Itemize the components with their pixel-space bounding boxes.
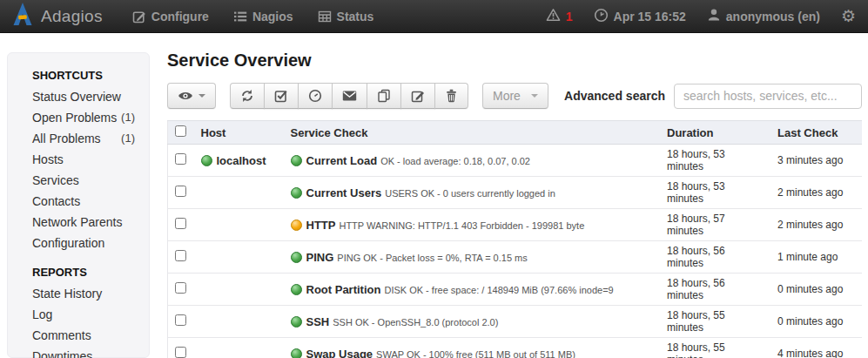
select-all-checkbox[interactable] (175, 125, 186, 137)
service-name-link[interactable]: Root Partition (306, 283, 381, 296)
duration-cell: 18 hours, 53 minutes (660, 145, 770, 177)
chevron-down-icon (198, 94, 205, 98)
row-checkbox[interactable] (175, 347, 186, 358)
sidebar-item-count: (1) (121, 128, 135, 149)
sidebar-item[interactable]: Downtimes (32, 346, 149, 358)
duration-cell: 18 hours, 57 minutes (660, 209, 770, 241)
sidebar-item[interactable]: Status Overview (32, 86, 149, 107)
nav-nagios[interactable]: Nagios (233, 10, 293, 24)
column-header-duration[interactable]: Duration (660, 121, 770, 145)
duration-cell: 18 hours, 53 minutes (660, 177, 770, 209)
copy-button[interactable] (367, 83, 401, 109)
table-row: Current UsersUSERS OK - 0 users currentl… (168, 177, 863, 209)
chevron-down-icon (531, 94, 538, 98)
username-label: anonymous (en) (726, 10, 820, 24)
clock-icon (594, 8, 609, 25)
service-name-link[interactable]: HTTP (306, 219, 336, 232)
list-icon (233, 10, 247, 24)
view-dropdown-button[interactable] (167, 83, 216, 109)
gear-icon[interactable]: ⚙ (841, 8, 856, 24)
sidebar-item[interactable]: Log (32, 304, 149, 325)
service-status-text: PING OK - Packet loss = 0%, RTA = 0.15 m… (337, 253, 527, 263)
schedule-downtime-button[interactable] (298, 83, 333, 109)
service-name-link[interactable]: Current Users (306, 186, 382, 199)
sidebar-item-label: Services (32, 170, 79, 191)
row-checkbox[interactable] (175, 186, 186, 197)
service-name-link[interactable]: SSH (306, 315, 330, 328)
row-checkbox[interactable] (175, 250, 186, 261)
row-checkbox[interactable] (175, 314, 186, 326)
sidebar-item[interactable]: Hosts (32, 149, 149, 170)
sidebar-gap (32, 253, 149, 262)
sidebar-item-label: Contacts (32, 191, 80, 212)
row-checkbox[interactable] (175, 282, 186, 294)
service-status-text: SSH OK - OpenSSH_8.0 (protocol 2.0) (333, 317, 498, 328)
delete-button[interactable] (434, 83, 468, 109)
service-status-icon (291, 348, 302, 358)
sidebar-item[interactable]: State History (32, 283, 149, 304)
adagios-logo-icon (12, 3, 33, 30)
last-check-cell: 3 minutes ago (770, 145, 862, 177)
sidebar-item[interactable]: Contacts (32, 191, 149, 212)
refresh-button[interactable] (230, 83, 265, 109)
nav-nagios-label: Nagios (252, 10, 293, 24)
host-name-link[interactable]: localhost (217, 154, 266, 167)
search-input[interactable] (674, 84, 862, 109)
sidebar-item-label: Log (32, 304, 52, 325)
service-name-link[interactable]: PING (306, 251, 334, 264)
page-title: Service Overview (167, 51, 862, 71)
service-name-link[interactable]: Swap Usage (306, 348, 373, 358)
table-row: Root PartitionDISK OK - free space: / 14… (168, 274, 863, 306)
user-menu[interactable]: anonymous (en) (707, 8, 820, 24)
sidebar-item[interactable]: Comments (32, 325, 149, 346)
more-dropdown-button[interactable]: More (482, 83, 548, 109)
nav-configure[interactable]: Configure (132, 10, 209, 24)
service-status-text: SWAP OK - 100% free (511 MB out of 511 M… (376, 349, 575, 358)
last-check-cell: 0 minutes ago (770, 306, 862, 338)
search-area: Advanced search (564, 84, 862, 109)
sidebar-item-label: Configuration (32, 233, 104, 253)
row-checkbox[interactable] (175, 153, 186, 165)
sidebar-item-label: All Problems (32, 128, 101, 149)
sidebar-item-label: Open Problems (32, 107, 117, 128)
table-row: localhost Current LoadOK - load average:… (168, 145, 863, 177)
column-header-last-check[interactable]: Last Check (770, 121, 862, 145)
sidebar-item-label: Hosts (32, 149, 64, 170)
clock-datetime[interactable]: Apr 15 16:52 (594, 8, 686, 25)
notification-button[interactable] (332, 83, 367, 109)
refresh-icon (240, 89, 254, 103)
table-row: PINGPING OK - Packet loss = 0%, RTA = 0.… (168, 241, 863, 274)
alert-count: 1 (566, 10, 573, 24)
service-name-link[interactable]: Current Load (306, 154, 378, 167)
row-checkbox[interactable] (175, 218, 186, 229)
trash-icon (445, 89, 458, 103)
sidebar-item[interactable]: Network Parents (32, 212, 149, 233)
sidebar-item-count: (1) (121, 107, 135, 128)
acknowledge-button[interactable] (264, 83, 299, 109)
table-icon (318, 10, 332, 24)
more-button-label: More (493, 89, 521, 103)
service-status-text: USERS OK - 0 users currently logged in (385, 188, 555, 199)
column-header-host[interactable]: Host (194, 121, 284, 145)
sidebar-item[interactable]: Services (32, 170, 149, 191)
advanced-search-label: Advanced search (564, 89, 665, 103)
edit-icon (411, 89, 425, 103)
service-status-icon (291, 284, 302, 295)
column-header-service[interactable]: Service Check (284, 121, 661, 145)
envelope-icon (342, 90, 357, 102)
navbar-right: 1 Apr 15 16:52 anonymous (en) ⚙ (546, 8, 856, 25)
brand[interactable]: Adagios (12, 3, 103, 30)
table-row: Swap UsageSWAP OK - 100% free (511 MB ou… (168, 338, 863, 358)
sidebar-item[interactable]: All Problems (1) (32, 128, 149, 149)
sidebar-item[interactable]: Configuration (32, 233, 149, 253)
duration-cell: 18 hours, 55 minutes (660, 306, 770, 338)
sidebar-item-label: Comments (32, 325, 91, 346)
edit-button[interactable] (400, 83, 435, 109)
alert-indicator[interactable]: 1 (546, 8, 573, 24)
user-icon (707, 8, 721, 24)
table-row: SSHSSH OK - OpenSSH_8.0 (protocol 2.0) 1… (168, 306, 863, 338)
nav-status[interactable]: Status (318, 10, 374, 24)
copy-icon (377, 89, 391, 103)
sidebar-item[interactable]: Open Problems (1) (32, 107, 149, 128)
eye-icon (178, 90, 193, 102)
